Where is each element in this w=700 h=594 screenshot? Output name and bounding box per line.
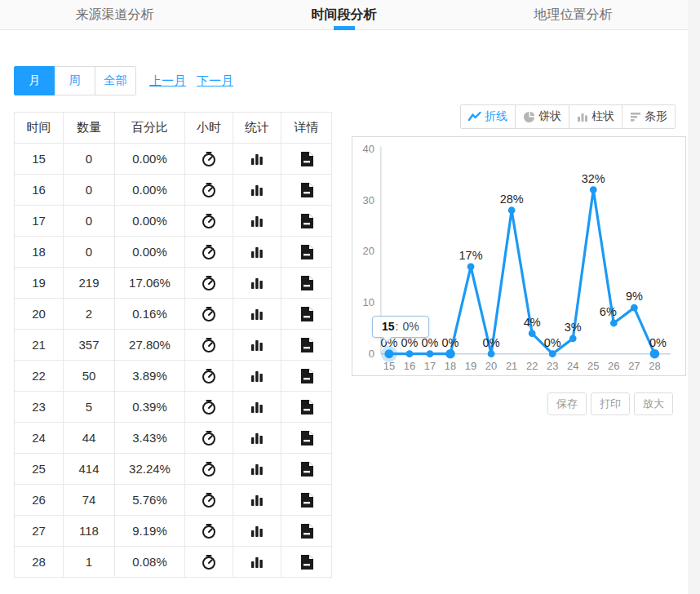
table-row: 271189.19% bbox=[15, 516, 332, 547]
cell-count: 0 bbox=[64, 206, 115, 237]
details-action-cell[interactable] bbox=[281, 547, 332, 578]
hour-action-cell[interactable] bbox=[185, 206, 233, 237]
hour-action-cell[interactable] bbox=[185, 330, 233, 361]
clock-icon bbox=[201, 368, 217, 384]
chart-type-column-button[interactable]: 柱状 bbox=[569, 104, 622, 129]
document-icon bbox=[299, 492, 314, 508]
stats-action-cell[interactable] bbox=[233, 454, 281, 485]
hour-action-cell[interactable] bbox=[185, 423, 233, 454]
document-icon bbox=[299, 306, 314, 322]
details-action-cell[interactable] bbox=[281, 392, 332, 423]
hour-action-cell[interactable] bbox=[185, 516, 233, 547]
cell-percent: 0.16% bbox=[115, 299, 185, 330]
column-header-hour: 小时 bbox=[185, 113, 233, 144]
details-action-cell[interactable] bbox=[281, 175, 332, 206]
table-row: 1500.00% bbox=[15, 144, 332, 175]
tab-source-channel[interactable]: 来源渠道分析 bbox=[0, 0, 229, 29]
stats-action-cell[interactable] bbox=[233, 299, 281, 330]
svg-text:0%: 0% bbox=[544, 336, 561, 349]
details-action-cell[interactable] bbox=[281, 485, 332, 516]
cell-percent: 9.19% bbox=[115, 516, 185, 547]
details-action-cell[interactable] bbox=[281, 423, 332, 454]
document-icon bbox=[299, 554, 314, 570]
prev-month-link[interactable]: 上一月 bbox=[149, 73, 186, 89]
stats-action-cell[interactable] bbox=[233, 485, 281, 516]
tab-time-period[interactable]: 时间段分析 bbox=[229, 0, 459, 29]
stats-action-cell[interactable] bbox=[233, 144, 281, 175]
cell-percent: 0.39% bbox=[115, 392, 185, 423]
details-action-cell[interactable] bbox=[281, 330, 332, 361]
hour-action-cell[interactable] bbox=[185, 268, 233, 299]
stats-action-cell[interactable] bbox=[233, 330, 281, 361]
document-icon bbox=[299, 244, 314, 260]
table-row: 2541432.24% bbox=[15, 454, 332, 485]
bar-chart-icon bbox=[250, 493, 264, 508]
chart-type-label: 饼状 bbox=[538, 109, 561, 124]
tab-geo-location[interactable]: 地理位置分析 bbox=[459, 0, 688, 29]
next-month-link[interactable]: 下一月 bbox=[197, 73, 233, 89]
tooltip-title: 15 bbox=[382, 320, 395, 333]
clock-icon bbox=[201, 554, 217, 570]
stats-action-cell[interactable] bbox=[233, 423, 281, 454]
stats-action-cell[interactable] bbox=[233, 516, 281, 547]
stats-action-cell[interactable] bbox=[233, 206, 281, 237]
tab-bar: 来源渠道分析 时间段分析 地理位置分析 bbox=[0, 0, 688, 30]
stats-action-cell[interactable] bbox=[233, 392, 281, 423]
stats-action-cell[interactable] bbox=[233, 547, 281, 578]
month-button[interactable]: 月 bbox=[14, 66, 55, 95]
stats-action-cell[interactable] bbox=[233, 268, 281, 299]
bar-chart-icon bbox=[250, 369, 264, 383]
chart-actions: 保存打印放大 bbox=[352, 392, 686, 415]
document-icon bbox=[299, 213, 314, 229]
details-action-cell[interactable] bbox=[281, 206, 332, 237]
save-button[interactable]: 保存 bbox=[547, 392, 587, 415]
details-action-cell[interactable] bbox=[281, 454, 332, 485]
svg-text:0%: 0% bbox=[401, 336, 418, 349]
details-action-cell[interactable] bbox=[281, 299, 332, 330]
chart-type-pie-button[interactable]: 饼状 bbox=[516, 104, 569, 129]
table-row: 1600.00% bbox=[15, 175, 332, 206]
document-icon bbox=[299, 182, 314, 198]
bar-chart-icon bbox=[250, 214, 264, 228]
all-button[interactable]: 全部 bbox=[95, 66, 136, 95]
svg-text:9%: 9% bbox=[626, 290, 643, 303]
hour-action-cell[interactable] bbox=[185, 361, 233, 392]
hour-action-cell[interactable] bbox=[185, 144, 233, 175]
document-icon bbox=[299, 523, 314, 539]
svg-text:28%: 28% bbox=[500, 193, 524, 206]
hour-action-cell[interactable] bbox=[185, 485, 233, 516]
stats-action-cell[interactable] bbox=[233, 361, 281, 392]
svg-text:0%: 0% bbox=[649, 336, 667, 349]
cell-percent: 27.80% bbox=[115, 330, 185, 361]
cell-percent: 5.76% bbox=[115, 485, 185, 516]
cell-count: 5 bbox=[64, 392, 115, 423]
hour-action-cell[interactable] bbox=[185, 175, 233, 206]
details-action-cell[interactable] bbox=[281, 268, 332, 299]
cell-count: 1 bbox=[64, 547, 115, 578]
hour-action-cell[interactable] bbox=[185, 454, 233, 485]
svg-text:17: 17 bbox=[424, 360, 436, 372]
svg-text:28: 28 bbox=[649, 360, 660, 372]
week-button[interactable]: 周 bbox=[55, 66, 95, 95]
chart-type-line-button[interactable]: 折线 bbox=[460, 104, 516, 129]
print-button[interactable]: 打印 bbox=[591, 392, 630, 415]
hour-action-cell[interactable] bbox=[185, 299, 233, 330]
stats-action-cell[interactable] bbox=[233, 237, 281, 268]
details-action-cell[interactable] bbox=[281, 237, 332, 268]
period-button-group: 月 周 全部 bbox=[14, 66, 136, 95]
hour-action-cell[interactable] bbox=[185, 392, 233, 423]
hour-action-cell[interactable] bbox=[185, 237, 233, 268]
details-action-cell[interactable] bbox=[281, 516, 332, 547]
scrollbar-track[interactable] bbox=[688, 0, 700, 594]
line-chart-canvas[interactable]: 01020304015161718192021222324252627280%0… bbox=[352, 137, 685, 375]
details-action-cell[interactable] bbox=[281, 361, 332, 392]
clock-icon bbox=[201, 523, 217, 539]
chart-type-bar-button[interactable]: 条形 bbox=[622, 104, 676, 129]
stats-action-cell[interactable] bbox=[233, 175, 281, 206]
cell-count: 2 bbox=[64, 299, 115, 330]
details-action-cell[interactable] bbox=[281, 144, 332, 175]
zoom-button[interactable]: 放大 bbox=[634, 392, 673, 415]
hour-action-cell[interactable] bbox=[185, 547, 233, 578]
cell-time: 16 bbox=[15, 175, 64, 206]
clock-icon bbox=[201, 213, 217, 229]
